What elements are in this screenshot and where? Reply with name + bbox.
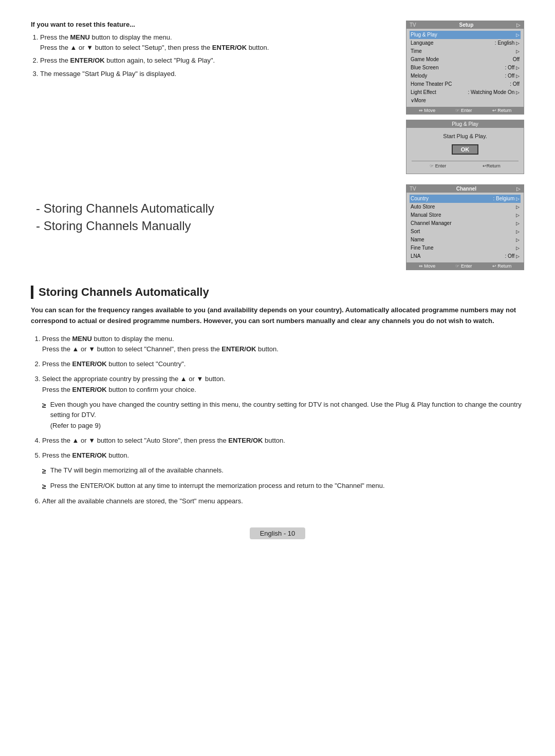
pp-header: Plug & Play bbox=[406, 120, 524, 128]
storing-channels-header: - Storing Channels Automatically - Stori… bbox=[31, 200, 391, 234]
row-label: Auto Store bbox=[411, 203, 435, 211]
tv-row-melody: Melody : Off ▷ bbox=[410, 72, 521, 80]
tv-row-name: Name ▷ bbox=[410, 236, 521, 244]
tv-setup-header: TV Setup ▷ bbox=[406, 21, 524, 29]
storing-manual-title: - Storing Channels Manually bbox=[36, 217, 391, 235]
footer-return: ↩ Return bbox=[492, 108, 512, 113]
row-label: Light Effect bbox=[411, 89, 436, 96]
row-val: : Off ▷ bbox=[505, 64, 520, 71]
tv-row-time: Time ▷ bbox=[410, 47, 521, 55]
bold-enter-ok-step3: ENTER/OK bbox=[72, 386, 107, 393]
row-label: Name bbox=[411, 236, 424, 243]
note-1: Even though you have changed the country… bbox=[31, 400, 524, 431]
step-6: After all the available channels are sto… bbox=[42, 496, 524, 507]
tv-row-auto-store: Auto Store ▷ bbox=[410, 203, 521, 211]
row-arrow: ▷ bbox=[516, 212, 520, 219]
row-arrow: ▷ bbox=[516, 48, 520, 55]
pp-ok-button[interactable]: OK bbox=[452, 144, 479, 155]
reset-step-3: The message "Start Plug & Play" is displ… bbox=[40, 69, 391, 79]
row-arrow: ▷ bbox=[516, 220, 520, 227]
tv-row-blue-screen: Blue Screen : Off ▷ bbox=[410, 64, 521, 72]
setup-menu-label: Setup bbox=[459, 22, 474, 28]
row-arrow: ▷ bbox=[516, 229, 520, 235]
row-label: Channel Manager bbox=[411, 220, 452, 227]
bold-menu-1: MENU bbox=[72, 335, 92, 343]
tv-row-fine-tune: Fine Tune ▷ bbox=[410, 244, 521, 252]
plug-play-popup: Plug & Play Start Plug & Play. OK ☞ Ente… bbox=[406, 120, 524, 174]
row-label: LNA bbox=[411, 253, 420, 260]
bold-enter-ok-step4: ENTER/OK bbox=[228, 437, 263, 444]
footer-move: ⇔ Move bbox=[419, 263, 436, 269]
setup-arrow: ▷ bbox=[516, 22, 521, 28]
tv-setup-body: Plug & Play ▷ Language : English ▷ Time … bbox=[406, 29, 524, 107]
steps-container: Press the MENU button to display the men… bbox=[31, 334, 524, 507]
row-arrow: ▷ bbox=[516, 245, 520, 252]
footer-enter: ☞ Enter bbox=[455, 108, 472, 113]
row-arrow: ▷ bbox=[516, 32, 520, 39]
tv-channel-tv-label: TV bbox=[410, 186, 416, 192]
tv-row-channel-manager: Channel Manager ▷ bbox=[410, 219, 521, 228]
storing-channels-titles: - Storing Channels Automatically - Stori… bbox=[31, 184, 391, 239]
step-5: Press the ENTER/OK button. bbox=[42, 450, 524, 461]
note-3: Press the ENTER/OK button at any time to… bbox=[31, 481, 524, 492]
tv-row-lna: LNA : Off ▷ bbox=[410, 252, 521, 260]
note-2: The TV will begin memorizing all of the … bbox=[31, 465, 524, 477]
tv-setup-box: TV Setup ▷ Plug & Play ▷ Language : Engl… bbox=[406, 21, 524, 115]
row-label: Game Mode bbox=[411, 56, 439, 63]
bold-enter-ok-step2: ENTER/OK bbox=[72, 360, 107, 368]
row-label: Manual Store bbox=[411, 212, 441, 219]
bold-enter-ok-step1: ENTER/OK bbox=[221, 345, 256, 353]
reset-section: If you want to reset this feature... Pre… bbox=[31, 21, 524, 174]
footer-enter: ☞ Enter bbox=[455, 263, 472, 269]
tv-setup-footer: ⇔ Move ☞ Enter ↩ Return bbox=[406, 107, 524, 114]
row-label: Sort bbox=[411, 228, 420, 235]
reset-text: If you want to reset this feature... Pre… bbox=[31, 21, 391, 174]
bold-enter-ok: ENTER/OK bbox=[212, 44, 247, 51]
row-label: Fine Tune bbox=[411, 244, 433, 252]
tv-channel-header: TV Channel ▷ bbox=[406, 185, 524, 193]
tv-row-game-mode: Game Mode Off bbox=[410, 55, 521, 64]
reset-step-2: Press the ENTER/OK button again, to sele… bbox=[40, 55, 391, 66]
tv-row-home-theater: Home Theater PC : Off bbox=[410, 80, 521, 88]
bold-enter-ok-step5: ENTER/OK bbox=[72, 451, 107, 459]
step-2: Press the ENTER/OK button to select "Cou… bbox=[42, 359, 524, 370]
tv-label: TV bbox=[410, 22, 416, 28]
row-label: Country bbox=[411, 195, 429, 202]
row-label: Language bbox=[411, 40, 434, 47]
channel-header-arrow: ▷ bbox=[516, 186, 521, 192]
tv-row-sort: Sort ▷ bbox=[410, 228, 521, 236]
row-arrow: ▷ bbox=[516, 237, 520, 243]
bold-menu: MENU bbox=[70, 33, 90, 41]
row-label: Plug & Play bbox=[411, 31, 437, 39]
tv-channel-body: Country : Belgium ▷ Auto Store ▷ Manual … bbox=[406, 193, 524, 262]
pp-footer-enter: ☞ Enter bbox=[430, 163, 446, 168]
channel-menu-label: Channel bbox=[456, 186, 476, 192]
storing-auto-title: - Storing Channels Automatically bbox=[36, 200, 391, 217]
steps-list-final: After all the available channels are sto… bbox=[31, 496, 524, 507]
row-val: Off bbox=[513, 56, 520, 63]
pp-footer-return: ↩Return bbox=[483, 163, 501, 168]
footer-move: ⇔ Move bbox=[419, 108, 436, 113]
tv-row-language: Language : English ▷ bbox=[410, 39, 521, 47]
row-val: : English ▷ bbox=[495, 40, 520, 47]
tv-row-country: Country : Belgium ▷ bbox=[410, 195, 521, 203]
if-you-want-heading: If you want to reset this feature... bbox=[31, 21, 391, 28]
bold-enter-ok-2: ENTER/OK bbox=[70, 56, 105, 64]
tv-row-manual-store: Manual Store ▷ bbox=[410, 211, 521, 219]
tv-mockups-column: TV Setup ▷ Plug & Play ▷ Language : Engl… bbox=[406, 21, 524, 174]
step-4: Press the ▲ or ▼ button to select "Auto … bbox=[42, 436, 524, 446]
step-1: Press the MENU button to display the men… bbox=[42, 334, 524, 355]
row-val: : Off bbox=[510, 81, 520, 88]
footer-return: ↩ Return bbox=[492, 263, 512, 269]
main-section-title: Storing Channels Automatically bbox=[31, 286, 524, 299]
row-label: Blue Screen bbox=[411, 64, 438, 71]
row-label: Time bbox=[411, 48, 422, 55]
tv-row-more: ∨More bbox=[410, 97, 521, 105]
pp-footer: ☞ Enter ↩Return bbox=[412, 161, 519, 168]
row-arrow: ▷ bbox=[516, 204, 520, 211]
row-val: : Watching Mode On ▷ bbox=[468, 89, 520, 96]
row-label: ∨More bbox=[411, 97, 426, 104]
tv-row-plug-play: Plug & Play ▷ bbox=[410, 31, 521, 39]
steps-list: Press the MENU button to display the men… bbox=[31, 334, 524, 395]
tv-channel-footer: ⇔ Move ☞ Enter ↩ Return bbox=[406, 262, 524, 270]
